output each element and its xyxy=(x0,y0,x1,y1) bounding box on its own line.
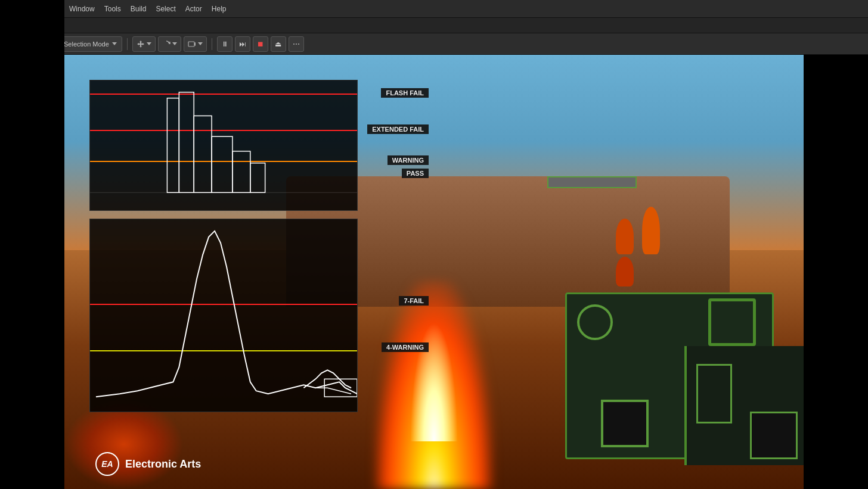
eject-icon: ⏏ xyxy=(275,40,281,48)
right-panel xyxy=(804,55,868,489)
title-bar: U File Edit Window Tools Build Select Ac… xyxy=(0,0,868,18)
ea-circle-text: EA xyxy=(101,459,113,469)
seven-fail-label: 7-FAIL xyxy=(399,296,429,306)
more-options-icon: ⋯ xyxy=(293,40,300,48)
pass-label: PASS xyxy=(402,169,429,178)
ea-logo: EA Electronic Arts xyxy=(95,452,201,476)
svg-rect-5 xyxy=(188,42,194,46)
step-icon: ⏭ xyxy=(239,40,246,48)
camera-dropdown-icon xyxy=(198,42,203,45)
camera-icon xyxy=(188,40,196,48)
menu-build[interactable]: Build xyxy=(131,5,147,13)
move-icon xyxy=(137,40,145,48)
svg-rect-8 xyxy=(194,116,212,192)
menu-tools[interactable]: Tools xyxy=(104,5,121,13)
eject-button[interactable]: ⏏ xyxy=(271,36,286,52)
ea-company-name: Electronic Arts xyxy=(125,458,201,471)
top-panel-graph xyxy=(90,80,357,210)
flash-fail-label: FLASH FAIL xyxy=(381,88,429,98)
perf-panel-bottom: 7-FAIL 4-WARNING xyxy=(89,219,358,412)
transform-tool-2[interactable] xyxy=(158,36,181,52)
background-trees xyxy=(613,207,684,266)
menu-actor[interactable]: Actor xyxy=(185,5,202,13)
separator-2 xyxy=(127,38,128,50)
dropdown-arrow-icon xyxy=(112,42,117,45)
explosion-core xyxy=(410,322,458,441)
svg-rect-6 xyxy=(167,98,179,193)
left-panel xyxy=(0,0,64,489)
bottom-panel-graph xyxy=(90,219,357,412)
menu-select[interactable]: Select xyxy=(156,5,175,13)
menu-help[interactable]: Help xyxy=(212,5,227,13)
tab-bar: MainWorld xyxy=(0,18,868,33)
rotate-dropdown-icon xyxy=(172,42,177,45)
camera-tool[interactable] xyxy=(184,36,207,52)
ea-circle-logo: EA xyxy=(95,452,119,476)
pause-button[interactable]: ⏸ xyxy=(217,36,232,52)
menu-window[interactable]: Window xyxy=(69,5,95,13)
stop-button[interactable]: ⏹ xyxy=(253,36,268,52)
separator-3 xyxy=(212,38,212,50)
step-button[interactable]: ⏭ xyxy=(235,36,250,52)
right-structures xyxy=(684,346,804,465)
floating-platform xyxy=(547,176,637,188)
warning-label-top: WARNING xyxy=(388,155,429,165)
svg-rect-7 xyxy=(179,92,194,192)
pause-icon: ⏸ xyxy=(221,40,228,48)
svg-rect-9 xyxy=(212,136,232,192)
four-warning-label: 4-WARNING xyxy=(382,342,429,352)
svg-rect-11 xyxy=(250,163,265,193)
svg-rect-13 xyxy=(324,379,357,397)
stop-icon: ⏹ xyxy=(257,40,264,48)
selection-mode-label: Selection Mode xyxy=(64,41,109,48)
svg-rect-10 xyxy=(232,151,250,192)
perf-panel-top: FLASH FAIL EXTENDED FAIL WARNING PASS xyxy=(89,80,358,211)
transform-tool-1[interactable] xyxy=(132,36,156,52)
more-options-button[interactable]: ⋯ xyxy=(289,36,304,52)
toolbar: Selection Mode ⏸ ⏭ ⏹ ⏏ ⋯ xyxy=(0,33,868,55)
viewport[interactable]: FLASH FAIL EXTENDED FAIL WARNING PASS 7-… xyxy=(64,55,804,489)
rotate-icon xyxy=(162,40,170,48)
extended-fail-label: EXTENDED FAIL xyxy=(367,124,429,134)
move-dropdown-icon xyxy=(147,42,151,45)
